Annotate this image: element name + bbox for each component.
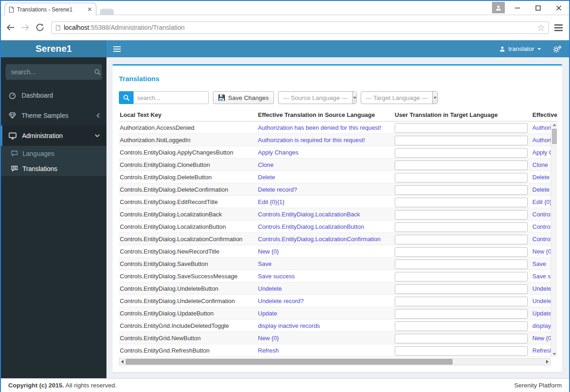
target-translation-input[interactable]	[395, 148, 528, 158]
source-translation-link[interactable]: Undelete record?	[258, 295, 393, 307]
horizontal-scroll-thumb[interactable]	[126, 359, 453, 364]
source-translation-link[interactable]: Save success	[258, 270, 393, 282]
source-translation-link[interactable]: Save	[258, 258, 393, 270]
target-translation-input[interactable]	[395, 185, 528, 195]
column-header-local-text-key[interactable]: Local Text Key	[120, 111, 162, 118]
source-translation-link[interactable]: Authorization has been denied for this r…	[258, 121, 393, 134]
column-header-effective-translation[interactable]: Effective Translation in Target Language	[532, 111, 558, 118]
scroll-down-icon[interactable]	[551, 351, 558, 357]
target-translation-input[interactable]	[395, 160, 528, 170]
horizontal-scrollbar[interactable]	[119, 358, 551, 365]
search-icon[interactable]	[94, 69, 101, 76]
local-text-key-cell: Controls.EntityDialog.EditRecordTitle	[120, 196, 257, 208]
target-translation-input[interactable]	[395, 272, 528, 282]
quick-search-input[interactable]	[134, 91, 209, 104]
effective-translation-cell: Authorization is required for this reque…	[532, 134, 551, 146]
effective-translation-cell: Update	[532, 307, 551, 320]
source-translation-link[interactable]: Undelete	[258, 282, 393, 295]
target-translation-input[interactable]	[395, 235, 528, 244]
target-language-select[interactable]: --- Target Language ---	[361, 91, 438, 104]
user-menu[interactable]: translator	[499, 45, 541, 52]
address-bar[interactable]: localhost:55388/Administration/Translati…	[51, 22, 549, 34]
app-footer: Copyright (c) 2015. All rights reserved.…	[1, 378, 569, 392]
source-translation-link[interactable]: Controls.EntityDialog.LocalizationConfir…	[258, 233, 393, 245]
target-translation-input[interactable]	[395, 222, 528, 232]
sidebar-item-administration[interactable]: Administration	[1, 126, 106, 146]
source-translation-link[interactable]: Controls.EntityDialog.LocalizationButton	[258, 221, 393, 233]
source-translation-link[interactable]: Controls.EntityDialog.LocalizationBack	[258, 208, 393, 221]
source-translation-link[interactable]: Authorization is required for this reque…	[258, 134, 393, 146]
scroll-left-icon[interactable]	[119, 359, 125, 365]
refresh-icon[interactable]	[34, 22, 46, 33]
save-changes-button[interactable]: Save Changes	[213, 91, 274, 104]
browser-window: Translations - Serene1 ✕ localhost:55388…	[0, 0, 570, 392]
quick-search-icon[interactable]	[119, 91, 134, 104]
column-header-user-translation[interactable]: User Translation in Target Language	[395, 111, 497, 118]
source-translation-link[interactable]: New {0}	[258, 332, 393, 344]
forward-icon[interactable]	[19, 22, 31, 33]
desktop-icon	[9, 133, 17, 139]
browser-tab[interactable]: Translations - Serene1 ✕	[5, 3, 96, 16]
app-brand[interactable]: Serene1	[1, 40, 106, 57]
sidebar-search[interactable]	[6, 64, 102, 80]
source-language-select[interactable]: --- Source Language ---	[278, 91, 357, 104]
browser-tabstrip: Translations - Serene1 ✕	[1, 1, 569, 15]
user-icon	[499, 46, 505, 52]
source-translation-link[interactable]: display inactive records	[258, 320, 393, 332]
sidebar-item-dashboard[interactable]: Dashboard	[1, 85, 106, 105]
chrome-menu-icon[interactable]	[552, 24, 565, 31]
target-translation-input[interactable]	[395, 259, 528, 269]
target-translation-input[interactable]	[395, 309, 528, 319]
source-translation-link[interactable]: Apply Changes	[258, 146, 393, 159]
vertical-scroll-thumb[interactable]	[552, 129, 557, 144]
sidebar-item-label: Dashboard	[22, 92, 100, 99]
source-translation-link[interactable]: Edit {0}{1}	[258, 196, 393, 208]
target-translation-input[interactable]	[395, 346, 528, 356]
column-header-source-translation[interactable]: Effective Translation in Source Language	[258, 111, 375, 118]
target-translation-input[interactable]	[395, 198, 528, 207]
target-translation-input[interactable]	[395, 210, 528, 220]
vertical-scrollbar[interactable]	[551, 122, 557, 357]
translations-grid: Local Text Key Effective Translation in …	[119, 110, 558, 365]
sidebar-item-languages[interactable]: Languages	[1, 146, 106, 161]
close-button[interactable]	[548, 1, 569, 15]
settings-gears-icon[interactable]	[553, 45, 562, 53]
new-tab-button[interactable]	[100, 9, 114, 15]
target-translation-input[interactable]	[395, 173, 528, 182]
target-translation-input[interactable]	[395, 284, 528, 294]
local-text-key-cell: Controls.EntityDialog.NewRecordTitle	[120, 245, 257, 258]
target-translation-input[interactable]	[395, 247, 528, 257]
minimize-button[interactable]	[507, 1, 528, 15]
sidebar-search-input[interactable]	[11, 68, 94, 76]
target-translation-input[interactable]	[395, 136, 528, 145]
target-translation-input[interactable]	[395, 297, 528, 306]
bookmark-star-icon[interactable]: ☆	[537, 23, 545, 32]
sidebar-toggle-icon[interactable]	[106, 40, 127, 57]
local-text-key-cell: Authorization.AccessDenied	[120, 121, 257, 134]
source-translation-link[interactable]: Update	[258, 307, 393, 320]
table-row: Controls.EntityDialog.UpdateButtonUpdate…	[119, 307, 551, 320]
grid-canvas: Authorization.AccessDeniedAuthorization …	[119, 121, 551, 357]
sidebar-item-translations[interactable]: Translations	[1, 161, 106, 176]
sidebar-item-theme-samples[interactable]: Theme Samples	[1, 105, 106, 126]
back-icon[interactable]	[5, 22, 17, 33]
profile-avatar-icon[interactable]	[492, 2, 505, 13]
local-text-key-cell: Controls.EntityDialog.CloneButton	[120, 159, 257, 171]
target-translation-input[interactable]	[395, 334, 528, 343]
table-row: Controls.EntityGrid.NewButtonNew {0}New …	[119, 332, 551, 344]
source-translation-link[interactable]: Delete record?	[258, 183, 393, 196]
source-translation-link[interactable]: Clone	[258, 159, 393, 171]
target-translation-input[interactable]	[395, 123, 528, 133]
scroll-right-icon[interactable]	[544, 359, 550, 365]
tab-close-icon[interactable]: ✕	[87, 6, 92, 12]
select-caret-icon	[432, 92, 437, 104]
source-translation-link[interactable]: New {0}	[258, 245, 393, 258]
target-translation-input[interactable]	[395, 321, 528, 331]
source-translation-link[interactable]: Refresh	[258, 344, 393, 357]
source-translation-link[interactable]: Delete	[258, 171, 393, 183]
scroll-up-icon[interactable]	[551, 122, 558, 128]
browser-toolbar: localhost:55388/Administration/Translati…	[1, 15, 569, 40]
maximize-button[interactable]	[528, 1, 548, 15]
local-text-key-cell: Controls.EntityDialog.UndeleteConfirmati…	[120, 295, 257, 307]
user-label: translator	[509, 45, 534, 52]
